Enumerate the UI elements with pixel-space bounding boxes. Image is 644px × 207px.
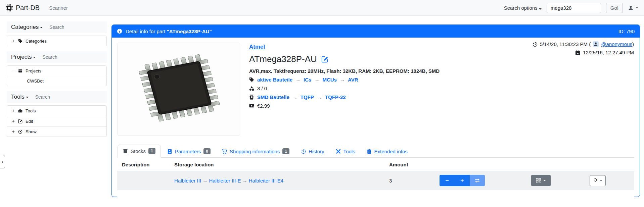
chevron-down-icon: [636, 7, 638, 8]
tree-item-label: Edit: [26, 119, 33, 124]
tree-item-label: Categories: [26, 39, 47, 44]
storage-location-link[interactable]: Halbleiter III-E4: [249, 178, 283, 184]
collapse-minus-icon[interactable]: −: [11, 68, 15, 73]
tab-extended-infos[interactable]: Extended infos: [362, 146, 413, 158]
tree-item-projects[interactable]: − Projects: [7, 66, 106, 76]
edit-part-icon[interactable]: [321, 56, 328, 63]
column-header-storage-location: Storage location: [174, 162, 389, 167]
stock-table-footer-space: [117, 190, 634, 200]
part-detail-card: Detail info for part "ATmega328P-AU" ID:…: [111, 24, 640, 197]
tree-item-cwsbot[interactable]: CWSBot: [7, 76, 106, 86]
sidebar-panel-header-projects: Projects: [7, 51, 107, 63]
part-image[interactable]: [117, 43, 240, 136]
sidebar-panel-header-categories: Categories: [7, 21, 107, 33]
category-breadcrumb: aktive Bauteile → ICs → MCUs → AVR: [249, 77, 440, 83]
tab-stocks[interactable]: Stocks 1: [118, 145, 161, 158]
footprint-link[interactable]: TQFP-32: [325, 94, 346, 100]
footprint-link[interactable]: SMD Bauteile: [257, 94, 289, 100]
sidebar-panel-header-tools: Tools: [7, 91, 107, 103]
stock-amount: 3: [389, 178, 440, 184]
add-button[interactable]: +: [455, 175, 470, 186]
nav-item-scanner[interactable]: Scanner: [49, 5, 68, 11]
tree-item-tools[interactable]: + Tools: [7, 106, 106, 116]
expand-icon[interactable]: +: [11, 118, 15, 124]
move-stock-button[interactable]: [470, 175, 485, 186]
tree-item-categories[interactable]: + Categories: [7, 36, 106, 46]
history-icon: [532, 42, 538, 47]
archive-icon: [18, 69, 22, 73]
category-link[interactable]: AVR: [348, 77, 358, 83]
storage-location-breadcrumb: Halbleiter III → Halbleiter III-E → Halb…: [174, 178, 389, 184]
arrow-separator: →: [242, 178, 247, 184]
category-link[interactable]: MCUs: [322, 77, 337, 83]
categories-search-input[interactable]: [49, 24, 86, 30]
page: Part-DB Scanner Search options Go! Categ…: [0, 0, 644, 207]
search-input[interactable]: [547, 3, 601, 13]
withdraw-button[interactable]: −: [440, 175, 455, 186]
arrow-separator: →: [314, 77, 319, 83]
search-options-dropdown[interactable]: Search options: [504, 5, 542, 11]
created-line: 12/25/16, 12:27:49 PM: [532, 50, 634, 55]
expand-icon[interactable]: +: [11, 129, 15, 134]
tab-history[interactable]: History: [296, 146, 329, 158]
stock-table-header: Description Storage location Amount: [117, 158, 634, 171]
tree-item-edit[interactable]: + Edit: [7, 116, 106, 126]
part-id: ID: 790: [618, 29, 635, 34]
arrow-separator: →: [340, 77, 345, 83]
tree-item-label: Tools: [26, 108, 36, 113]
tools-dropdown[interactable]: Tools: [11, 94, 29, 100]
expand-icon[interactable]: +: [11, 108, 15, 113]
brand-link[interactable]: Part-DB: [6, 4, 40, 12]
label-qr-dropdown-button[interactable]: [531, 175, 551, 186]
qr-code-icon: [536, 178, 541, 183]
price-line: €2.99: [249, 103, 440, 109]
expand-icon[interactable]: +: [11, 38, 15, 44]
footprint-link[interactable]: TQFP: [301, 94, 314, 100]
part-tabs: Stocks 1 Parameters 0 Shopping informati…: [117, 145, 634, 158]
sidebar-collapse-handle[interactable]: ‹: [0, 155, 5, 168]
part-meta: 5/14/20, 11:30:23 PM ( @anonymous) 12/25…: [532, 41, 634, 58]
tab-badge: 1: [148, 148, 155, 154]
tools-search-input[interactable]: [35, 94, 72, 100]
chevron-down-icon: [543, 180, 546, 181]
chevron-down-icon: [26, 97, 29, 98]
manufacturer-link[interactable]: Atmel: [249, 44, 265, 50]
shapes-icon: [249, 86, 254, 91]
tree-item-label: Show: [26, 129, 37, 134]
created-value: 12/25/16, 12:27:49 PM: [583, 50, 634, 55]
lightbulb-icon: [593, 178, 598, 183]
storage-location-link[interactable]: Halbleiter III: [174, 178, 201, 184]
storage-location-link[interactable]: Halbleiter III-E: [209, 178, 241, 184]
part-detail-header: Detail info for part "ATmega328P-AU" ID:…: [112, 25, 640, 38]
tag-icon: [249, 77, 254, 82]
category-link[interactable]: ICs: [304, 77, 311, 83]
tab-shopping-informations[interactable]: Shopping informations 1: [217, 145, 294, 158]
tab-parameters[interactable]: Parameters 0: [162, 145, 216, 158]
anonymous-user-link[interactable]: @anonymous: [601, 41, 632, 47]
top-navbar: Part-DB Scanner Search options Go!: [0, 0, 644, 16]
microchip-icon: [249, 95, 254, 100]
tools-tree: + Tools + Edit + Show: [7, 105, 107, 137]
column-header-description: Description: [117, 162, 174, 167]
projects-dropdown[interactable]: Projects: [11, 54, 36, 60]
projects-search-input[interactable]: [42, 54, 79, 60]
arrow-separator: →: [295, 77, 301, 83]
part-name: ATmega328P-AU: [249, 54, 317, 64]
tab-badge: 0: [203, 148, 211, 154]
brand-label: Part-DB: [16, 4, 40, 12]
edit-icon: [18, 119, 22, 123]
tag-icon: [18, 39, 22, 43]
user-menu-dropdown[interactable]: [628, 5, 638, 11]
amount-summary-value: 3 / 0: [257, 86, 267, 91]
led-locate-dropdown-button[interactable]: [590, 175, 606, 186]
last-modified-value: 5/14/20, 11:30:23 PM (: [540, 41, 591, 47]
column-header-amount: Amount: [389, 162, 440, 167]
go-button[interactable]: Go!: [606, 3, 623, 13]
calendar-plus-icon: [575, 50, 581, 55]
categories-dropdown[interactable]: Categories: [11, 24, 43, 31]
tree-item-show[interactable]: + Show: [7, 126, 106, 137]
banknote-icon: [249, 103, 254, 108]
category-link[interactable]: aktive Bauteile: [257, 77, 292, 83]
tools-icon: [336, 149, 341, 154]
tab-tools[interactable]: Tools: [331, 146, 360, 158]
